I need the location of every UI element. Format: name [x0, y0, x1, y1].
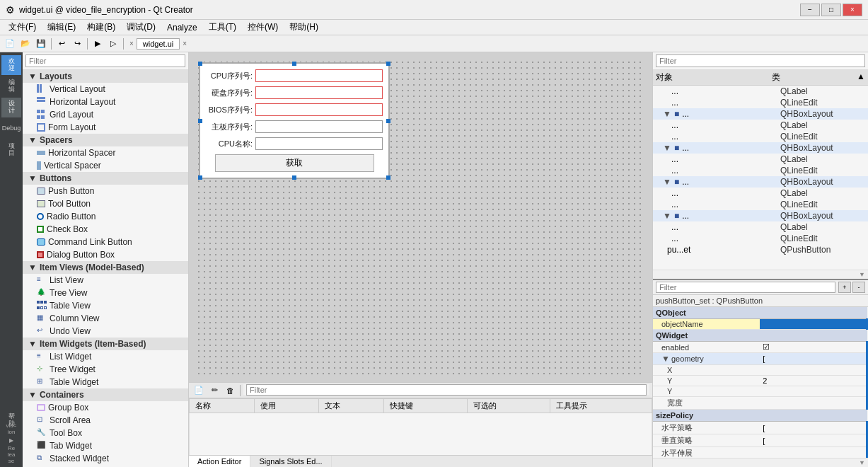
toolbar-open[interactable]: 📂: [18, 37, 33, 51]
sidebar-item-push-button[interactable]: Push Button: [23, 185, 188, 197]
section-item-views[interactable]: ▼Item Views (Model-Based): [23, 261, 188, 274]
prop-row-y[interactable]: Y 2: [653, 376, 867, 386]
minimize-button[interactable]: −: [800, 4, 820, 16]
section-buttons[interactable]: ▼Buttons: [23, 172, 188, 185]
activity-welcome[interactable]: 欢迎: [1, 55, 21, 75]
sidebar-item-stacked-widget[interactable]: ⧉ Stacked Widget: [23, 452, 188, 465]
mb-serial-input[interactable]: [255, 120, 383, 133]
action-filter-input[interactable]: [246, 384, 647, 396]
sidebar-item-table-widget[interactable]: ⊞ Table Widget: [23, 376, 188, 388]
prop-row-horizontal-stretch[interactable]: 水平伸展: [653, 447, 867, 458]
tree-row-qlineedit-1[interactable]: ... QLineEdit: [653, 97, 868, 108]
cpu-serial-input[interactable]: [255, 69, 383, 82]
form-widget[interactable]: CPU序列号: 硬盘序列号: BIOS序列号: 主板序列号:: [199, 62, 390, 179]
menu-debug[interactable]: 调试(D): [121, 20, 161, 35]
toolbar-new[interactable]: 📄: [3, 37, 17, 51]
tree-row-qlineedit-2[interactable]: ... QLineEdit: [653, 131, 868, 142]
disk-serial-input[interactable]: [255, 86, 383, 99]
prop-row-enabled[interactable]: enabled ☑: [653, 342, 867, 353]
sidebar-item-table-view[interactable]: Table View: [23, 299, 188, 312]
sidebar-item-tool-box[interactable]: 🔧 Tool Box: [23, 427, 188, 439]
resize-handle-br[interactable]: [386, 175, 390, 180]
prop-add-btn[interactable]: +: [838, 282, 851, 293]
prop-row-geometry[interactable]: ▼geometry [: [653, 353, 867, 365]
menu-analyze[interactable]: Analyze: [161, 21, 203, 34]
activity-debug[interactable]: Debug: [1, 119, 21, 139]
resize-handle-mr[interactable]: [386, 119, 390, 123]
prop-row-horizontal-policy[interactable]: 水平策略 [: [653, 422, 867, 434]
tree-row-qlineedit-3[interactable]: ... QLineEdit: [653, 165, 868, 176]
sidebar-item-horizontal-layout[interactable]: Horizontal Layout: [23, 96, 188, 108]
toolbar-run[interactable]: ▷: [106, 37, 120, 51]
sidebar-item-tree-widget[interactable]: ⊹ Tree Widget: [23, 363, 188, 376]
sidebar-item-group-box[interactable]: Group Box: [23, 401, 188, 414]
sidebar-item-vertical-spacer[interactable]: Vertical Spacer: [23, 159, 188, 172]
prop-row-width[interactable]: Y: [653, 386, 867, 397]
tab-close-icon[interactable]: ×: [180, 40, 190, 47]
toolbar-build[interactable]: ▶: [91, 37, 105, 51]
maximize-button[interactable]: □: [821, 4, 841, 16]
resize-handle-tr[interactable]: [386, 62, 390, 66]
activity-edit[interactable]: 编辑: [1, 76, 21, 96]
tree-row-qhboxlayout-3[interactable]: ▼■... QHBoxLayout: [653, 176, 868, 188]
tree-row-qlineedit-4[interactable]: ... QLineEdit: [653, 199, 868, 210]
sidebar-item-radio-button[interactable]: Radio Button: [23, 210, 188, 223]
activity-project[interactable]: 项目: [1, 140, 21, 160]
sidebar-item-list-widget[interactable]: ≡ List Widget: [23, 350, 188, 363]
resize-handle-bl[interactable]: [198, 175, 202, 180]
prop-row-x[interactable]: X: [653, 365, 867, 376]
section-containers[interactable]: ▼Containers: [23, 388, 188, 401]
toolbar-redo[interactable]: ↪: [70, 37, 84, 51]
prop-row-vertical-policy[interactable]: 垂直策略 [: [653, 434, 867, 447]
menu-help[interactable]: 帮助(H): [284, 20, 324, 35]
tree-row-qlabel-5[interactable]: ... QLabel: [653, 221, 868, 233]
section-layouts[interactable]: ▼Layouts: [23, 70, 188, 83]
tree-row-pushbutton[interactable]: pu...et QPushButton: [653, 244, 868, 255]
resize-handle-ml[interactable]: [198, 119, 202, 123]
sidebar-item-grid-layout[interactable]: Grid Layout: [23, 108, 188, 121]
tree-row-qlabel-2[interactable]: ... QLabel: [653, 120, 868, 131]
menu-file[interactable]: 文件(F): [3, 20, 42, 35]
sidebar-item-dialog-button-box[interactable]: Dialog Button Box: [23, 248, 188, 261]
menu-build[interactable]: 构建(B): [81, 20, 121, 35]
tree-row-qhboxlayout-1[interactable]: ▼■... QHBoxLayout: [653, 108, 868, 120]
menu-controls[interactable]: 控件(W): [242, 20, 284, 35]
sidebar-item-check-box[interactable]: Check Box: [23, 223, 188, 236]
tree-row-qlabel-4[interactable]: ... QLabel: [653, 188, 868, 199]
prop-row-height[interactable]: 宽度: [653, 397, 867, 410]
resize-handle-tl[interactable]: [198, 62, 202, 66]
toolbox-filter-input[interactable]: [25, 54, 185, 67]
sidebar-item-command-link-button[interactable]: Command Link Button: [23, 236, 188, 248]
tab-action-editor[interactable]: Action Editor: [189, 456, 250, 467]
section-spacers[interactable]: ▼Spacers: [23, 134, 188, 146]
toolbar-undo[interactable]: ↩: [54, 37, 69, 51]
section-item-widgets[interactable]: ▼Item Widgets (Item-Based): [23, 338, 188, 350]
sidebar-item-tree-view[interactable]: 🌲 Tree View: [23, 287, 188, 299]
cpu-name-input[interactable]: [255, 137, 383, 150]
sidebar-item-undo-view[interactable]: ↩ Undo View: [23, 325, 188, 338]
tree-row-qlabel-3[interactable]: ... QLabel: [653, 154, 868, 165]
sidebar-item-horizontal-spacer[interactable]: Horizontal Spacer: [23, 146, 188, 159]
toolbar-save[interactable]: 💾: [34, 37, 48, 51]
tree-row-qhboxlayout-2[interactable]: ▼■... QHBoxLayout: [653, 142, 868, 154]
design-canvas[interactable]: CPU序列号: 硬盘序列号: BIOS序列号: 主板序列号:: [189, 52, 652, 382]
action-delete-btn[interactable]: 🗑: [223, 384, 237, 398]
sidebar-item-vertical-layout[interactable]: Vertical Layout: [23, 83, 188, 96]
action-new-btn[interactable]: 📄: [192, 384, 206, 398]
sidebar-item-tab-widget[interactable]: ⬛ Tab Widget: [23, 439, 188, 452]
object-filter-input[interactable]: [656, 54, 865, 67]
prop-filter-input[interactable]: [656, 282, 835, 293]
sidebar-item-tool-button[interactable]: Tool Button: [23, 197, 188, 210]
resize-handle-bm[interactable]: [292, 175, 296, 180]
sidebar-item-form-layout[interactable]: Form Layout: [23, 121, 188, 134]
action-edit-btn[interactable]: ✏: [207, 384, 221, 398]
sidebar-item-list-view[interactable]: ≡ List View: [23, 274, 188, 287]
tree-row-qlineedit-5[interactable]: ... QLineEdit: [653, 233, 868, 244]
bios-serial-input[interactable]: [255, 103, 383, 116]
menu-edit[interactable]: 编辑(E): [42, 20, 81, 35]
get-button[interactable]: 获取: [215, 154, 374, 172]
prop-remove-btn[interactable]: -: [852, 282, 865, 293]
close-button[interactable]: ×: [843, 4, 862, 16]
tree-row-qlabel-1[interactable]: ... QLabel: [653, 86, 868, 97]
tab-signals-slots[interactable]: Signals Slots Ed...: [250, 456, 331, 467]
